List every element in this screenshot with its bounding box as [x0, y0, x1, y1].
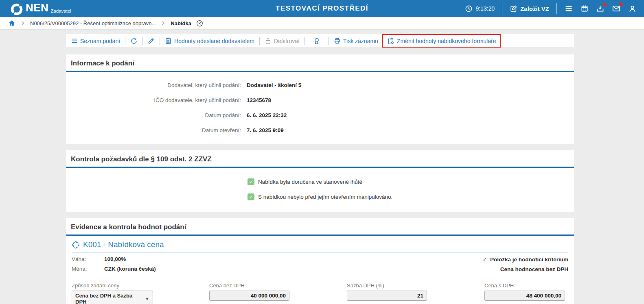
- puzzle-icon: [72, 241, 80, 249]
- info-section: Informace k podání Dodavatel, který učin…: [66, 54, 574, 144]
- logo-subtitle: Zadavatel: [50, 9, 71, 13]
- clipboard-gear-icon: [387, 37, 394, 45]
- sazba-dph-field: Sazba DPH (%): [347, 282, 484, 304]
- profile-button[interactable]: [628, 4, 637, 13]
- unlock-icon: [265, 37, 272, 44]
- calendar-icon: [580, 4, 589, 13]
- refresh-button[interactable]: [129, 37, 138, 45]
- cena-s-dph-input[interactable]: [484, 291, 565, 301]
- toolbar-separator: [142, 37, 143, 45]
- header-divider: [502, 3, 502, 14]
- field-label: Dodavatel, který učinil podání:: [66, 82, 241, 88]
- vaha-row: Váha: 100,00%: [72, 256, 156, 262]
- seznam-podani-button[interactable]: Seznam podání: [70, 37, 121, 44]
- menu-button[interactable]: [564, 4, 573, 13]
- blue-check-icon: ✓: [482, 256, 487, 263]
- award-button[interactable]: [312, 37, 321, 45]
- cena-bez-dph-field: Cena bez DPH: [209, 282, 347, 304]
- session-time-value: 9:13:20: [475, 5, 495, 12]
- toolbar-separator: [304, 37, 305, 45]
- nen-logo-icon: [11, 3, 23, 15]
- create-vz-button[interactable]: Založit VZ: [510, 5, 549, 13]
- kriterium-note-row: ✓ Položka je hodnotící kritérium: [482, 256, 568, 263]
- chevron-right-icon: [161, 21, 166, 26]
- toolbar-separator: [329, 37, 329, 45]
- breadcrumb-current-tab[interactable]: Nabídka: [171, 20, 191, 26]
- price-entry-mode-select[interactable]: Cena bez DPH a Sazba DPH ▼: [72, 291, 153, 304]
- edit-icon: [510, 5, 517, 13]
- toolbar-separator: [160, 37, 160, 45]
- field-value: Dodavatel - školení 5: [247, 82, 301, 88]
- field-value: 6. 6. 2025 22:32: [247, 112, 287, 118]
- info-row-dodavatel: Dodavatel, který učinil podání: Dodavate…: [66, 82, 574, 88]
- toolbar-separator: [125, 37, 125, 45]
- desifrovat-button[interactable]: Dešifrovat: [264, 37, 300, 44]
- calendar-button[interactable]: [580, 4, 589, 13]
- field-label: Datum podání:: [66, 112, 241, 118]
- messages-button[interactable]: [612, 4, 621, 13]
- downloads-badge: [603, 3, 607, 7]
- field-label: IČO dodavatele, který učinil podání:: [66, 97, 241, 103]
- sazba-dph-input[interactable]: [347, 291, 427, 301]
- hodnoty-odeslane-button[interactable]: Hodnoty odeslané dodavatelem: [164, 37, 255, 44]
- breadcrumb: N006/25/V00005292 - Řešení optimalizace …: [0, 17, 644, 30]
- close-tab-icon[interactable]: [196, 20, 203, 27]
- field-value: 12345678: [247, 97, 271, 103]
- pencil-icon: [148, 37, 155, 44]
- award-ribbon-icon: [313, 37, 320, 45]
- logo-text: NEN: [26, 2, 48, 13]
- highlight-annotation: Změnit hodnoty nabídkového formuláře: [382, 34, 501, 48]
- chevron-right-icon: [20, 21, 25, 26]
- info-row-datum-otevreni: Datum otevření: 7. 6. 2025 9:09: [66, 127, 574, 133]
- downloads-button[interactable]: [596, 4, 605, 13]
- clock-icon: [465, 5, 473, 13]
- evidence-section-title: Evidence a kontrola hodnot podání: [66, 218, 574, 236]
- toolbar-separator: [259, 37, 260, 45]
- evidence-section: Evidence a kontrola hodnot podání K001 -…: [66, 218, 574, 304]
- person-icon: [628, 4, 637, 13]
- check-row-lhuta: ✓ Nabídka byla doručena ve stanovené lhů…: [248, 178, 574, 185]
- kontrola-section-title: Kontrola požadavků dle § 109 odst. 2 ZZV…: [66, 150, 574, 168]
- check-row-manipulace: ✓ S nabídkou nebylo před jejím otevřením…: [248, 193, 574, 200]
- dph-note-row: Cena hodnocena bez DPH: [482, 266, 568, 272]
- hamburger-icon: [564, 4, 573, 13]
- info-row-ico: IČO dodavatele, který učinil podání: 123…: [66, 97, 574, 103]
- session-time: 9:13:20: [465, 5, 495, 13]
- main-content: Seznam podání: [66, 30, 574, 304]
- messages-badge: [619, 2, 623, 6]
- field-label: Datum otevření:: [66, 127, 241, 133]
- mena-row: Měna: CZK (koruna česká): [72, 266, 156, 272]
- info-row-datum-podani: Datum podání: 6. 6. 2025 22:32: [66, 112, 574, 118]
- header-divider: [556, 3, 557, 14]
- criterion-item-header: K001 - Nabídková cena: [72, 236, 568, 252]
- cena-s-dph-field: Cena s DPH Hodnota DPH 8 400 000,00: [484, 282, 568, 304]
- kontrola-section: Kontrola požadavků dle § 109 odst. 2 ZZV…: [66, 150, 574, 212]
- app-header: NEN Zadavatel TESTOVACÍ PROSTŘEDÍ 9:13:2…: [0, 0, 644, 17]
- clipboard-icon: [165, 37, 172, 44]
- breadcrumb-procurement-link[interactable]: N006/25/V00005292 - Řešení optimalizace …: [30, 20, 156, 26]
- zpusob-field: Způsob zadání ceny Cena bez DPH a Sazba …: [72, 282, 209, 304]
- home-icon[interactable]: [8, 20, 15, 27]
- list-icon: [71, 37, 78, 44]
- refresh-icon: [130, 37, 138, 45]
- record-toolbar: Seznam podání: [66, 34, 574, 48]
- field-value: 7. 6. 2025 9:09: [247, 127, 284, 133]
- nen-logo[interactable]: NEN Zadavatel: [11, 2, 71, 15]
- printer-icon: [334, 37, 341, 44]
- criterion-item-title: K001 - Nabídková cena: [83, 240, 164, 249]
- tisk-zaznamu-button[interactable]: Tisk záznamu: [333, 37, 379, 44]
- info-section-title: Informace k podání: [66, 54, 574, 72]
- green-check-icon: ✓: [248, 193, 254, 200]
- cena-bez-dph-input[interactable]: [209, 291, 289, 301]
- edit-record-button[interactable]: [147, 37, 156, 44]
- green-check-icon: ✓: [248, 178, 254, 185]
- chevron-down-icon: ▼: [145, 296, 149, 301]
- zmenit-hodnoty-button[interactable]: Změnit hodnoty nabídkového formuláře: [386, 37, 497, 45]
